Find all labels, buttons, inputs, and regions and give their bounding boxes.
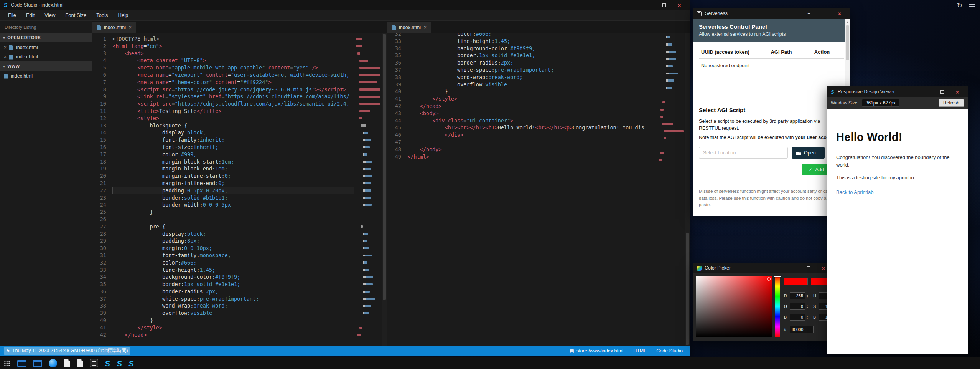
tab-index-html[interactable]: index.html xyxy=(92,22,136,33)
scrollbar-thumb[interactable] xyxy=(383,34,386,300)
minimap[interactable] xyxy=(659,34,684,164)
sv-cursor[interactable] xyxy=(767,277,771,281)
title-bar[interactable]: Responsive Design Viewer xyxy=(827,86,968,97)
stepper[interactable]: ▴▾ xyxy=(807,304,808,308)
code-line[interactable]: 2<html lang="en"> xyxy=(92,43,354,50)
code-line[interactable]: 44 <div class="ui container"> xyxy=(387,117,657,124)
app-launcher-icon[interactable] xyxy=(4,360,10,367)
hex-input[interactable] xyxy=(790,326,814,333)
terminal-icon[interactable] xyxy=(17,360,26,367)
close-icon[interactable] xyxy=(4,45,7,50)
open-button[interactable]: Open xyxy=(792,147,825,159)
menu-font-size[interactable]: Font Size xyxy=(60,10,91,21)
code-studio-app-icon-teal[interactable] xyxy=(128,359,134,367)
browser-icon[interactable] xyxy=(49,359,57,367)
code-line[interactable]: 38 word-wrap:break-word; xyxy=(387,74,657,81)
code-line[interactable]: 32 color:#666; xyxy=(387,33,657,38)
code-line[interactable]: 41 </style> xyxy=(92,324,354,331)
code-line[interactable]: 10 <script src="https://cdnjs.cloudflare… xyxy=(92,100,354,108)
scrollbar[interactable] xyxy=(685,33,690,346)
maximize-button[interactable] xyxy=(805,266,811,271)
menu-file[interactable]: File xyxy=(3,10,21,21)
code-line[interactable]: 8 <script src="https://code.jquery.com/j… xyxy=(92,86,354,93)
close-icon[interactable] xyxy=(4,54,7,60)
code-line[interactable]: 25 } xyxy=(92,208,354,216)
code-line[interactable]: 30 margin:0 0 10px; xyxy=(92,245,354,252)
tab-index-html[interactable]: index.html xyxy=(387,22,431,33)
terminal-icon-2[interactable] xyxy=(33,360,42,367)
code-line[interactable]: 33 line-height:1.45; xyxy=(387,38,657,45)
section-www[interactable]: WWW xyxy=(0,61,92,71)
stepper[interactable]: ▴▾ xyxy=(807,315,808,319)
status-file-path[interactable]: store:/www/index.html xyxy=(570,348,624,354)
code-line[interactable]: 22 padding:0 5px 0 20px; xyxy=(92,187,354,194)
code-line[interactable]: 45 <h1><br></h1><h1>Hello World!<br></h1… xyxy=(387,124,657,131)
code-line[interactable]: 26 xyxy=(92,216,354,223)
scrollbar-thumb[interactable] xyxy=(846,25,849,60)
menu-tools[interactable]: Tools xyxy=(91,10,113,21)
section-open-editors[interactable]: OPEN EDITORS xyxy=(0,33,92,42)
green-input[interactable] xyxy=(790,303,805,310)
code-line[interactable]: 37 white-space:pre-wrap!important; xyxy=(92,295,354,303)
document-icon-2[interactable] xyxy=(77,359,83,367)
code-line[interactable]: 27 pre { xyxy=(92,223,354,230)
saturation-value-picker[interactable] xyxy=(696,276,772,337)
red-input[interactable] xyxy=(790,292,805,299)
title-bar[interactable]: Code Studio - index.html xyxy=(0,0,690,10)
code-line[interactable]: 38 word-wrap:break-word; xyxy=(92,302,354,309)
code-area[interactable]: 1<!DOCTYPE html>2<html lang="en">3 <head… xyxy=(92,35,354,338)
close-tab-icon[interactable] xyxy=(129,25,132,30)
minimize-button[interactable] xyxy=(646,3,651,8)
scroll-up-icon[interactable] xyxy=(845,19,850,24)
title-bar[interactable]: Serverless xyxy=(693,8,850,19)
maximize-button[interactable] xyxy=(661,3,667,8)
code-line[interactable]: 11 <title>Testing Site</title> xyxy=(92,108,354,115)
close-button[interactable] xyxy=(837,11,842,17)
code-line[interactable]: 4 <meta charset="UTF-8"> xyxy=(92,57,354,64)
code-line[interactable]: 42 </head> xyxy=(92,331,354,339)
minimap[interactable] xyxy=(356,35,380,338)
code-line[interactable]: 3 <head> xyxy=(92,50,354,57)
code-line[interactable]: 13 blockquote { xyxy=(92,122,354,129)
code-line[interactable]: 16 font-size:inherit; xyxy=(92,144,354,151)
code-line[interactable]: 21 margin-inline-end:0; xyxy=(92,180,354,187)
preview-link[interactable]: Back to Aprintlab xyxy=(836,189,874,195)
refresh-button[interactable]: Refresh xyxy=(939,99,964,107)
code-line[interactable]: 9 <link rel="stylesheet" href="https://c… xyxy=(92,93,354,100)
code-line[interactable]: 23 border:solid #b1b1b1; xyxy=(92,194,354,202)
minimize-button[interactable] xyxy=(790,266,796,271)
code-line[interactable]: 28 display:block; xyxy=(92,230,354,238)
code-line[interactable]: 47 xyxy=(387,139,657,146)
code-line[interactable]: 20 margin-inline-start:0; xyxy=(92,172,354,180)
hue-cursor[interactable] xyxy=(774,276,781,277)
code-area[interactable]: 32 color:#666;33 line-height:1.45;34 bac… xyxy=(387,33,657,160)
code-line[interactable]: 33 line-height:1.45; xyxy=(92,266,354,274)
code-line[interactable]: 36 border-radius:2px; xyxy=(387,59,657,66)
code-line[interactable]: 35 border:1px solid #e1e1e1; xyxy=(92,281,354,288)
code-line[interactable]: 43 <body> xyxy=(387,110,657,117)
status-clock[interactable]: Thu May 11 2023 21:54:48 GMT+0800 (台北標準時… xyxy=(4,347,130,355)
serverless-app-icon[interactable] xyxy=(90,359,98,367)
code-line[interactable]: 34 background-color:#f9f9f9; xyxy=(92,273,354,281)
code-line[interactable]: 40 } xyxy=(387,88,657,95)
scrollbar[interactable] xyxy=(382,33,387,346)
scrollbar-thumb[interactable] xyxy=(686,233,689,345)
code-line[interactable]: 5 <meta name="apple-mobile-web-app-capab… xyxy=(92,64,354,71)
close-button[interactable] xyxy=(677,2,682,8)
menu-icon[interactable] xyxy=(969,3,975,8)
code-line[interactable]: 34 background-color:#f9f9f9; xyxy=(387,45,657,52)
code-line[interactable]: 40 } xyxy=(92,317,354,324)
code-line[interactable]: 6 <meta name="viewport" content="user-sc… xyxy=(92,71,354,79)
add-button[interactable]: Add xyxy=(802,164,831,175)
code-line[interactable]: 32 color:#666; xyxy=(92,259,354,266)
code-line[interactable]: 37 white-space:pre-wrap!important; xyxy=(387,66,657,74)
maximize-button[interactable] xyxy=(822,11,827,16)
code-line[interactable]: 12 <style> xyxy=(92,115,354,122)
close-tab-icon[interactable] xyxy=(424,25,427,30)
blue-input[interactable] xyxy=(790,314,805,321)
code-line[interactable]: 24 border-width:0 0 0 5px xyxy=(92,201,354,208)
maximize-button[interactable] xyxy=(939,89,945,94)
code-line[interactable]: 39 overflow:visible xyxy=(92,309,354,317)
code-line[interactable]: 42 </head> xyxy=(387,103,657,110)
menu-view[interactable]: View xyxy=(40,10,60,21)
